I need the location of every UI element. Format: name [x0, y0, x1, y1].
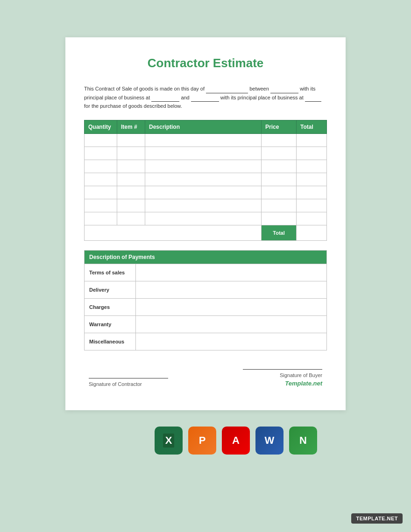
payments-header: Description of Payments: [85, 251, 326, 264]
table-row: [85, 212, 327, 225]
template-badge: TEMPLATE.NET: [351, 513, 403, 524]
document-card: Contractor Estimate This Contract of Sal…: [65, 37, 346, 410]
payments-section: Description of Payments Terms of sales D…: [84, 250, 327, 350]
intro-part2: between: [249, 86, 269, 91]
payment-value-charges[interactable]: [136, 299, 326, 315]
intro-part4: and: [181, 95, 189, 100]
payment-row-terms: Terms of sales: [85, 264, 326, 281]
payment-value-warranty[interactable]: [136, 316, 326, 333]
col-header-item: Item #: [117, 120, 145, 134]
payment-row-warranty: Warranty: [85, 315, 326, 333]
intro-part1: This Contract of Sale of goods is made o…: [84, 86, 205, 91]
payment-row-misc: Miscellaneous: [85, 333, 326, 350]
col-header-price: Price: [262, 120, 297, 134]
payment-row-delivery: Delivery: [85, 281, 326, 298]
payment-row-charges: Charges: [85, 298, 326, 315]
table-row: [85, 186, 327, 199]
total-row: Total: [85, 225, 327, 241]
buyer-sig-line[interactable]: [243, 369, 322, 370]
contractor-sig-block: Signature of Contractor: [89, 378, 168, 387]
contractor-sig-label: Signature of Contractor: [89, 381, 142, 387]
items-table: Quantity Item # Description Price Total …: [84, 120, 327, 241]
payment-value-terms[interactable]: [136, 264, 326, 281]
intro-blank-date[interactable]: [206, 88, 248, 93]
page-wrapper: Contractor Estimate This Contract of Sal…: [0, 0, 411, 473]
intro-blank-address1[interactable]: [151, 96, 179, 102]
payment-value-misc[interactable]: [136, 333, 326, 350]
contractor-sig-line[interactable]: [89, 378, 168, 378]
app-icons-row: X P A W N: [94, 427, 317, 455]
payment-label-warranty: Warranty: [85, 316, 136, 333]
pages-icon[interactable]: P: [188, 427, 216, 455]
intro-blank-party2[interactable]: [191, 96, 219, 102]
intro-part6: for the purchase of goods described belo…: [84, 103, 182, 109]
intro-blank-address2[interactable]: [305, 96, 321, 102]
numbers-icon[interactable]: N: [289, 427, 317, 455]
table-row: [85, 160, 327, 173]
total-label: Total: [262, 225, 297, 241]
watermark: Template.net: [285, 380, 322, 387]
acrobat-icon[interactable]: A: [222, 427, 250, 455]
table-row: [85, 173, 327, 186]
intro-blank-party1[interactable]: [270, 88, 298, 93]
col-header-total: Total: [297, 120, 327, 134]
buyer-sig-block: Signature of Buyer Template.net: [243, 369, 322, 387]
table-row: [85, 147, 327, 160]
signatures-section: Signature of Contractor Signature of Buy…: [84, 369, 327, 387]
buyer-sig-label: Signature of Buyer: [280, 372, 322, 378]
table-row: [85, 199, 327, 212]
intro-part5: with its principal place of business at: [220, 95, 304, 100]
intro-paragraph: This Contract of Sale of goods is made o…: [84, 84, 327, 111]
col-header-quantity: Quantity: [85, 120, 117, 134]
payment-label-misc: Miscellaneous: [85, 333, 136, 350]
document-title: Contractor Estimate: [84, 56, 327, 70]
table-header-row: Quantity Item # Description Price Total: [85, 120, 327, 134]
payment-label-charges: Charges: [85, 299, 136, 315]
word-icon[interactable]: W: [255, 427, 283, 455]
payment-label-terms: Terms of sales: [85, 264, 136, 281]
payment-value-delivery[interactable]: [136, 281, 326, 298]
excel-icon[interactable]: X: [155, 427, 183, 455]
total-value[interactable]: [297, 225, 327, 241]
col-header-description: Description: [145, 120, 262, 134]
table-row: [85, 134, 327, 147]
payment-label-delivery: Delivery: [85, 281, 136, 298]
